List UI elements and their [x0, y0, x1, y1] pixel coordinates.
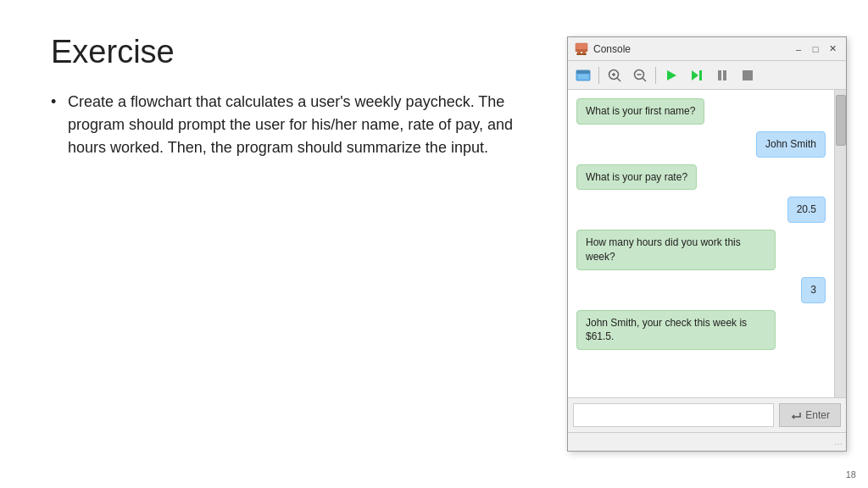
page-number: 18 [846, 469, 856, 480]
stop-icon [740, 68, 755, 83]
close-button[interactable]: ✕ [826, 42, 839, 56]
skip-forward-icon [689, 68, 704, 83]
svg-marker-15 [667, 70, 676, 80]
input-area: Enter [568, 397, 846, 432]
console-window: Console – □ ✕ [567, 36, 847, 452]
slide-title: Exercise [51, 34, 529, 70]
chat-area: What is your first name? John Smith What… [568, 90, 846, 397]
svg-marker-16 [692, 70, 698, 80]
title-bar: Console – □ ✕ [568, 37, 846, 61]
chat-messages: What is your first name? John Smith What… [568, 90, 834, 397]
msg-2: John Smith [756, 131, 826, 158]
msg-7: John Smith, your check this week is $61.… [576, 310, 776, 351]
msg-4: 20.5 [787, 197, 826, 223]
toolbar-sep-1 [598, 67, 599, 84]
msg-1: What is your first name? [576, 98, 704, 125]
svg-rect-20 [743, 70, 753, 80]
svg-rect-6 [576, 70, 590, 74]
toolbar-sep-2 [655, 67, 656, 84]
svg-line-11 [617, 78, 620, 81]
screenshot-icon [576, 68, 591, 83]
svg-line-14 [643, 78, 646, 81]
svg-rect-19 [723, 70, 726, 80]
play-icon [664, 68, 679, 83]
skip-forward-button[interactable] [685, 64, 709, 86]
msg-6: 3 [801, 277, 826, 303]
toolbar [568, 61, 846, 90]
console-icon [575, 42, 588, 56]
svg-rect-1 [576, 49, 587, 52]
scroll-thumb[interactable] [836, 95, 846, 146]
enter-button[interactable]: Enter [779, 403, 841, 427]
zoom-in-button[interactable] [603, 64, 626, 86]
bullet-item: Create a flowchart that calculates a use… [51, 91, 529, 159]
scrollbar[interactable] [834, 90, 846, 397]
zoom-out-button[interactable] [628, 64, 652, 86]
msg-5: How many hours did you work this week? [576, 230, 776, 270]
console-title: Console [593, 43, 631, 55]
resize-handle: … [834, 437, 843, 446]
svg-rect-4 [576, 53, 587, 55]
minimize-button[interactable]: – [792, 42, 805, 56]
zoom-out-icon [632, 68, 648, 83]
enter-label: Enter [805, 409, 830, 421]
zoom-in-icon [607, 68, 622, 83]
msg-3: What is your pay rate? [576, 164, 697, 191]
pause-button[interactable] [710, 64, 734, 86]
enter-icon [790, 409, 802, 421]
svg-rect-7 [578, 75, 588, 79]
console-panel: Console – □ ✕ [563, 0, 868, 488]
play-button[interactable] [659, 64, 683, 86]
stop-button[interactable] [736, 64, 760, 86]
input-field[interactable] [573, 403, 774, 427]
svg-rect-18 [718, 70, 721, 80]
pause-icon [715, 68, 730, 83]
maximize-button[interactable]: □ [809, 42, 822, 56]
bottom-bar: … [568, 432, 846, 451]
svg-rect-17 [699, 70, 702, 80]
screenshot-button[interactable] [571, 64, 595, 86]
